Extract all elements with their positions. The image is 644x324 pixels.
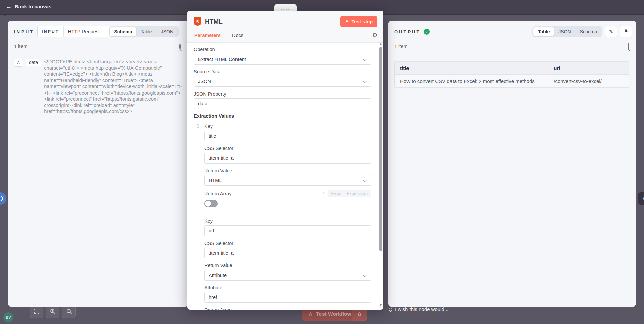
source-data-label: Source Data bbox=[194, 69, 371, 74]
key-label: Key bbox=[204, 218, 371, 224]
tab-json[interactable]: JSON bbox=[554, 27, 575, 36]
column-header-url[interactable]: url bbox=[548, 62, 629, 74]
zoom-in-icon bbox=[50, 309, 56, 314]
output-panel: OUTPUT ✓ Table JSON Schema ✎ 1 item bbox=[388, 21, 636, 307]
return-value-label: Return Value bbox=[204, 168, 371, 173]
back-to-canvas-button[interactable]: ← Back to canvas bbox=[6, 4, 51, 9]
chevron-down-icon bbox=[363, 178, 367, 182]
node-details-view: ← Back to canvas ⚡ BV Test Workflow I wi… bbox=[0, 0, 644, 324]
expression-option[interactable]: Expression bbox=[344, 191, 370, 196]
input-items-count: 1 item bbox=[14, 44, 28, 49]
chevron-down-icon bbox=[363, 57, 367, 61]
cell-url: /convert-csv-to-excel/ bbox=[548, 75, 629, 87]
node-settings-modal: 5 HTML Test step Parameters Docs ⚙ Opera… bbox=[187, 11, 383, 310]
chevron-down-icon bbox=[363, 79, 367, 83]
zoom-out-icon bbox=[66, 309, 72, 314]
search-icon[interactable] bbox=[179, 44, 181, 50]
node-title: HTML bbox=[205, 18, 223, 25]
return-value-label: Return Value bbox=[204, 263, 371, 268]
return-value-select[interactable]: HTML bbox=[204, 175, 371, 186]
trash-icon bbox=[357, 311, 362, 317]
zoom-to-fit-icon bbox=[34, 309, 39, 314]
test-step-label: Test step bbox=[351, 19, 373, 24]
pencil-icon: ✎ bbox=[609, 29, 613, 35]
input-panel: INPUT INPUT HTTP Request Schema Table JS… bbox=[8, 21, 188, 307]
return-array-label: Return Array bbox=[204, 191, 231, 196]
pin-data-button[interactable] bbox=[620, 26, 632, 37]
tab-schema[interactable]: Schema bbox=[110, 27, 136, 36]
parameters-form: Operation Extract HTML Content Source Da… bbox=[187, 43, 383, 310]
input-display-mode-tabs: Schema Table JSON bbox=[109, 26, 179, 37]
output-display-mode-tabs: Table JSON Schema bbox=[532, 26, 602, 37]
operation-select[interactable]: Extract HTML Content bbox=[194, 54, 371, 65]
lightbulb-icon bbox=[389, 308, 392, 311]
key-label: Key bbox=[204, 123, 371, 129]
modal-header: 5 HTML Test step Parameters Docs ⚙ bbox=[187, 11, 383, 43]
feedback-link[interactable]: I wish this node would... bbox=[389, 306, 448, 312]
input-node-badge[interactable] bbox=[0, 192, 6, 205]
return-array-toggle[interactable] bbox=[204, 200, 218, 207]
json-property-input[interactable] bbox=[194, 98, 371, 109]
return-value-value: HTML bbox=[209, 178, 222, 183]
source-data-value: JSON bbox=[198, 79, 211, 84]
search-icon[interactable] bbox=[628, 44, 629, 50]
return-value-select[interactable]: Attribute bbox=[204, 270, 371, 281]
source-data-select[interactable]: JSON bbox=[194, 76, 371, 87]
output-node-badge[interactable]: ⚡ bbox=[638, 192, 644, 205]
input-panel-title: INPUT bbox=[14, 29, 34, 34]
field-name-badge[interactable]: data bbox=[26, 59, 41, 66]
return-array-label: Return Array bbox=[204, 307, 371, 310]
test-step-button[interactable]: Test step bbox=[340, 16, 377, 27]
input-source-value: HTTP Request bbox=[64, 29, 116, 34]
scroll-down-icon[interactable]: ▼ bbox=[379, 304, 382, 307]
lightning-icon: ⚡ bbox=[642, 195, 644, 202]
column-header-title[interactable]: title bbox=[395, 62, 548, 74]
extraction-values-section-title: Extraction Values bbox=[194, 113, 371, 119]
table-row[interactable]: How to convert CSV data to Excel: 2 most… bbox=[395, 74, 629, 87]
flask-icon bbox=[345, 19, 349, 24]
css-selector-input[interactable] bbox=[204, 248, 371, 258]
user-avatar[interactable]: BV bbox=[3, 312, 13, 322]
key-input[interactable] bbox=[204, 225, 371, 236]
return-value-value: Attribute bbox=[209, 273, 227, 278]
output-panel-title: OUTPUT bbox=[394, 29, 420, 34]
tab-table[interactable]: Table bbox=[136, 27, 156, 36]
zoom-to-fit-button[interactable] bbox=[30, 304, 43, 318]
pin-icon bbox=[624, 29, 628, 34]
test-workflow-label: Test Workflow bbox=[316, 311, 351, 317]
edit-output-button[interactable]: ✎ bbox=[605, 26, 617, 37]
key-input[interactable] bbox=[204, 131, 371, 141]
scroll-up-icon[interactable]: ▲ bbox=[379, 42, 382, 45]
flask-icon bbox=[308, 312, 313, 317]
drag-dots-icon bbox=[281, 8, 282, 8]
fixed-expression-toggle[interactable]: Fixed Expression bbox=[328, 190, 371, 197]
scrollbar-thumb[interactable] bbox=[379, 47, 382, 251]
zoom-out-button[interactable] bbox=[62, 304, 76, 318]
trash-icon[interactable] bbox=[196, 123, 200, 130]
tab-json[interactable]: JSON bbox=[157, 27, 178, 36]
css-selector-label: CSS Selector bbox=[204, 146, 371, 151]
output-table: title url How to convert CSV data to Exc… bbox=[394, 61, 629, 88]
back-to-canvas-label: Back to canvas bbox=[15, 4, 51, 9]
tab-parameters[interactable]: Parameters bbox=[194, 30, 221, 42]
globe-icon bbox=[0, 196, 3, 201]
html5-icon: 5 bbox=[194, 17, 201, 26]
extraction-group-1: Key CSS Selector Return Value HTML Retur… bbox=[204, 123, 371, 310]
feedback-label: I wish this node would... bbox=[395, 306, 448, 312]
schema-field-row[interactable]: A data <!DOCTYPE html> <html lang="en"> … bbox=[14, 59, 183, 116]
attribute-input[interactable] bbox=[204, 292, 371, 303]
zoom-in-button[interactable] bbox=[46, 304, 59, 318]
cell-title: How to convert CSV data to Excel: 2 most… bbox=[395, 75, 548, 87]
tab-docs[interactable]: Docs bbox=[231, 30, 244, 42]
css-selector-label: CSS Selector bbox=[204, 241, 371, 246]
operation-value: Extract HTML Content bbox=[198, 57, 246, 62]
tab-table[interactable]: Table bbox=[533, 27, 554, 36]
modal-scrollbar[interactable]: ▲ ▼ bbox=[379, 42, 382, 307]
tab-schema[interactable]: Schema bbox=[575, 27, 601, 36]
css-selector-input[interactable] bbox=[204, 153, 371, 164]
options-dots-icon[interactable]: ⋮ bbox=[321, 191, 326, 196]
fixed-option[interactable]: Fixed bbox=[329, 191, 344, 196]
field-value-text: <!DOCTYPE html> <html lang="en"> <head> … bbox=[44, 59, 183, 116]
gear-icon[interactable]: ⚙ bbox=[372, 32, 377, 40]
avatar-initials: BV bbox=[6, 315, 11, 319]
